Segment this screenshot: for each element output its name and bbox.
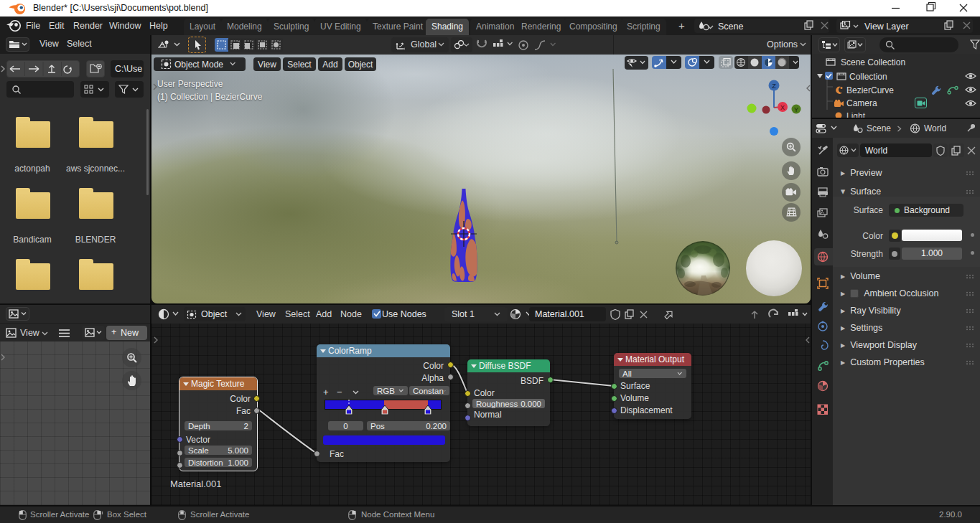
svg-text:Y: Y [794, 106, 798, 113]
svg-text:X: X [780, 104, 785, 111]
svg-text:Z: Z [772, 83, 776, 90]
